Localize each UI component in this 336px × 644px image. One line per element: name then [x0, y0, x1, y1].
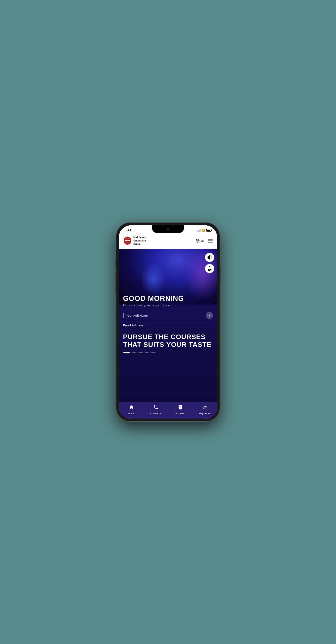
nav-item-easy-access[interactable]: Easy Access	[198, 405, 212, 414]
camera	[166, 228, 170, 230]
bottom-nav: Home Contact Us Courses	[119, 402, 217, 418]
cta-heading: PURSUE THE COURSES THAT SUITS YOUR TASTE	[123, 333, 213, 348]
phone-frame: 9:41 📶 MDX	[116, 222, 220, 422]
logo-shield: MDX	[123, 236, 131, 245]
hero-content: GOOD MORNING Personalise your experience…	[119, 249, 217, 402]
logo-text: Middlesex University Dubai	[133, 236, 146, 246]
dot-3[interactable]	[138, 352, 143, 353]
email-divider	[123, 328, 213, 328]
greeting-heading: GOOD MORNING	[123, 294, 213, 302]
input-accent-bar	[123, 313, 124, 318]
hamburger-menu[interactable]	[208, 239, 213, 243]
home-icon	[129, 405, 134, 411]
globe-icon	[196, 239, 200, 243]
name-divider	[123, 320, 213, 320]
name-input-row: Your Full Name ›	[123, 312, 213, 319]
hero-area: GOOD MORNING Personalise your experience…	[119, 249, 217, 402]
logo-area: MDX Middlesex University Dubai	[123, 236, 146, 246]
nav-label-easy-access: Easy Access	[199, 412, 211, 414]
status-time: 9:41	[125, 228, 131, 232]
email-field-label[interactable]: Email Address	[123, 324, 144, 327]
svg-point-5	[209, 266, 210, 267]
name-arrow-button[interactable]: ›	[206, 312, 213, 319]
nav-item-courses[interactable]: Courses	[173, 405, 187, 414]
contrast-icon	[207, 255, 212, 260]
lang-label: EN	[201, 239, 204, 242]
svg-point-6	[208, 269, 210, 271]
battery-fill	[207, 230, 210, 231]
easy-access-icon	[202, 405, 207, 411]
status-icons: 📶	[197, 228, 211, 232]
name-field-label[interactable]: Your Full Name	[126, 314, 206, 317]
dot-5[interactable]	[151, 352, 156, 353]
dot-2[interactable]	[132, 352, 136, 353]
accessibility-buttons	[205, 253, 214, 273]
nav-label-contact: Contact Us	[150, 412, 161, 414]
signal-icon	[197, 229, 201, 232]
wheelchair-icon	[207, 266, 212, 271]
wifi-icon: 📶	[202, 228, 205, 232]
personalise-text: Personalise your experience.	[123, 304, 213, 307]
email-input-row: Email Address	[123, 324, 213, 327]
nav-item-contact[interactable]: Contact Us	[149, 405, 163, 414]
phone-screen: 9:41 📶 MDX	[119, 226, 217, 418]
phone-icon	[153, 405, 158, 411]
carousel-dots	[123, 352, 213, 356]
nav-label-home: Home	[128, 412, 134, 414]
accessibility-button[interactable]	[205, 264, 214, 273]
dot-1-active[interactable]	[123, 352, 130, 353]
nav-label-courses: Courses	[176, 412, 184, 414]
nav-item-home[interactable]: Home	[124, 405, 138, 414]
notch	[152, 226, 184, 233]
nav-right: EN	[196, 239, 213, 243]
courses-icon	[178, 405, 183, 411]
language-selector[interactable]: EN	[196, 239, 204, 243]
battery-icon	[206, 229, 211, 232]
nav-bar: MDX Middlesex University Dubai EN	[119, 234, 217, 249]
dot-4[interactable]	[145, 352, 149, 353]
contrast-button[interactable]	[205, 253, 214, 262]
svg-text:MDX: MDX	[125, 240, 130, 242]
